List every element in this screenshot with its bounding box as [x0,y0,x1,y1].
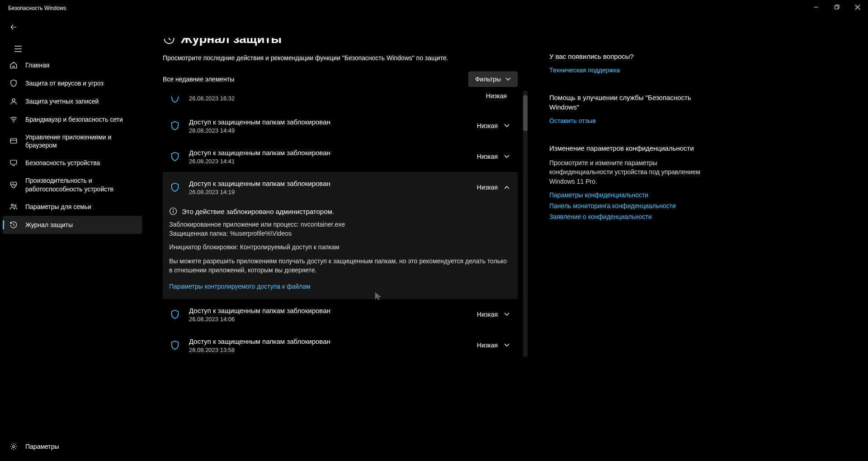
event-row[interactable]: Доступ к защищенным папкам заблокирован … [163,141,518,172]
detail-protected-folder: Защищенная папка: %userprofile%\Videos [169,230,511,237]
minimize-button[interactable] [806,0,826,14]
rp-feedback-link[interactable]: Оставить отзыв [549,117,708,124]
home-icon [9,61,18,70]
history-icon [9,220,18,229]
nav-label: Производительность и работоспособность у… [25,176,139,193]
nav-label: Главная [25,61,49,69]
hamburger-icon [14,46,22,52]
nav-family[interactable]: Параметры для семьи [0,198,145,216]
event-list: 26.08.2023 16:32 Низкая Доступ к защищен… [163,90,518,361]
maximize-icon [834,5,840,10]
account-icon [9,97,18,106]
detail-blocked-app: Заблокированное приложение или процесс: … [169,221,511,228]
scrollbar[interactable] [523,90,528,357]
shield-icon [169,152,181,162]
svg-point-8 [13,122,14,123]
nav-history[interactable]: Журнал защиты [3,216,142,234]
event-time: 26.08.2023 14:19 [189,189,477,195]
event-severity: Низкая [477,342,498,349]
gear-icon [9,442,18,451]
nav-label: Безопасность устройства [25,159,100,167]
shield-icon [169,182,181,192]
rp-privacy-statement-link[interactable]: Заявление о конфиденциальности [549,213,708,220]
maximize-button[interactable] [826,0,847,14]
chevron-down-icon [502,313,511,316]
window-controls [806,0,868,14]
nav-virus[interactable]: Защита от вирусов и угроз [0,74,145,92]
family-icon [9,202,18,211]
nav-label: Журнал защиты [25,221,73,229]
event-row[interactable]: Доступ к защищенным папкам заблокирован … [163,299,518,330]
heart-icon [9,181,18,190]
svg-point-7 [12,99,15,101]
rp-help-title: Помощь в улучшении службы "Безопасность … [549,93,708,112]
back-button[interactable] [5,18,23,36]
event-severity: Низкая [486,92,507,100]
top-row [0,16,868,38]
rp-privacy-dashboard-link[interactable]: Панель мониторинга конфиденциальности [549,202,708,209]
minimize-icon [813,5,819,10]
nav-appbrowser[interactable]: Управление приложениями и браузером [0,128,145,154]
event-time: 26.08.2023 14:49 [189,127,477,134]
filters-label: Фильтры [475,76,501,83]
nav-label: Защита учетных записей [25,97,99,105]
event-severity: Низкая [477,311,498,318]
svg-point-13 [11,204,14,206]
event-severity: Низкая [477,122,498,129]
event-details: Это действие заблокировано администратор… [163,203,518,299]
page-subtitle: Просмотрите последние действия и рекомен… [163,54,518,62]
svg-rect-9 [10,138,17,143]
svg-rect-1 [835,6,838,9]
rp-questions-title: У вас появились вопросы? [549,52,708,61]
nav-perf[interactable]: Производительность и работоспособность у… [0,172,145,197]
close-button[interactable] [847,0,868,14]
event-title: Доступ к защищенным папкам заблокирован [189,337,477,345]
shield-icon [169,340,181,350]
shield-icon [9,79,18,88]
info-icon [169,207,177,215]
event-row[interactable]: Доступ к защищенным папкам заблокирован … [163,330,518,361]
nav-label: Брандмауэр и безопасность сети [25,115,123,124]
close-icon [855,5,860,10]
history-icon [163,38,175,45]
back-arrow-icon [9,23,18,31]
svg-point-15 [13,446,15,448]
chevron-down-icon [502,155,511,158]
hamburger-button[interactable] [9,40,27,58]
svg-point-18 [173,209,174,210]
nav-home[interactable]: Главная [0,56,145,74]
list-header: Все недавние элементы Фильтры [163,71,518,87]
nav-account[interactable]: Защита учетных записей [0,92,145,110]
event-title: Доступ к защищенным папкам заблокирован [189,118,477,126]
chevron-down-icon [502,343,511,347]
nav-label: Параметры для семьи [25,203,91,211]
main-content: Журнал защиты Просмотрите последние дейс… [145,38,536,461]
list-header-label: Все недавние элементы [163,76,234,83]
event-title: Доступ к защищенным папкам заблокирован [189,307,477,314]
event-time: 26.08.2023 13:58 [189,347,477,353]
nav-firewall[interactable]: Брандмауэр и безопасность сети [0,110,145,128]
event-title: Доступ к защищенным папкам заблокирован [189,149,477,157]
rp-privacy-title: Изменение параметров конфиденциальности [549,143,708,153]
wifi-icon [9,115,18,124]
nav-settings[interactable]: Параметры [0,437,145,456]
event-row-header[interactable]: Доступ к защищенным папкам заблокирован … [163,172,518,203]
filters-button[interactable]: Фильтры [468,71,518,87]
event-severity: Низкая [477,184,498,191]
sidebar: Главная Защита от вирусов и угроз Защита… [0,38,145,461]
detail-link-cfa[interactable]: Параметры контролируемого доступа к файл… [169,283,311,290]
rp-support-link[interactable]: Техническая поддержка [549,67,708,74]
event-row[interactable]: 26.08.2023 16:32 Низкая [163,90,518,110]
page-header: Журнал защиты [163,38,518,46]
detail-admin-block: Это действие заблокировано администратор… [182,208,334,215]
nav-label: Управление приложениями и браузером [25,133,139,149]
rp-privacy-settings-link[interactable]: Параметры конфиденциальности [549,191,708,199]
event-row[interactable]: Доступ к защищенным папкам заблокирован … [163,110,518,141]
scrollbar-thumb[interactable] [523,95,528,131]
chevron-down-icon [502,124,511,128]
nav-label: Параметры [25,442,59,451]
nav-device[interactable]: Безопасность устройства [0,154,145,172]
chevron-down-icon [505,77,511,81]
titlebar: Безопасность Windows [0,0,868,16]
rp-privacy-text: Просмотрите и измените параметры конфиде… [549,158,708,186]
